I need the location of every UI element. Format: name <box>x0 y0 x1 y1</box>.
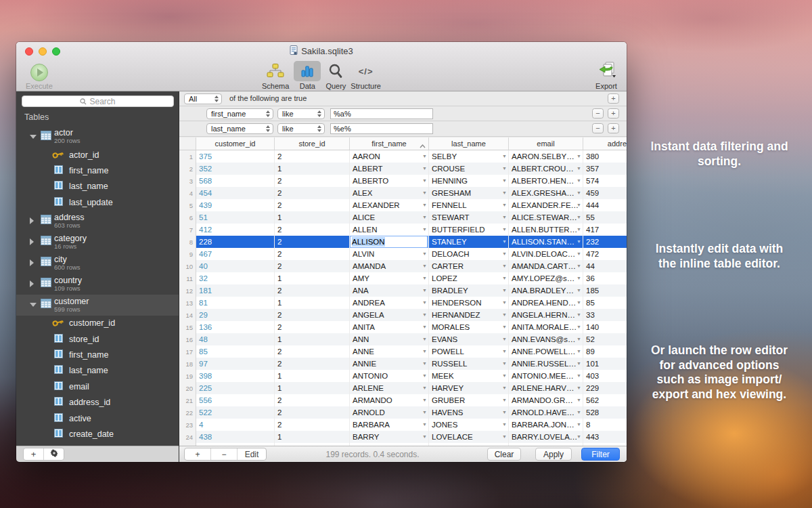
cell-first_name[interactable]: ALLEN▼ <box>350 224 429 236</box>
cell-last_name[interactable]: GRESHAM▼ <box>429 187 509 199</box>
table-row[interactable]: 18972ANNIE▼RUSSELL▼ANNIE.RUSSEL…▼101 <box>179 358 627 370</box>
cell-store_id[interactable]: 2 <box>275 321 350 333</box>
table-row[interactable]: 11321AMY▼LOPEZ▼AMY.LOPEZ@s…▼36 <box>179 272 627 284</box>
cell-customer_id[interactable]: 412 <box>196 224 275 236</box>
sidebar-column-actor_id[interactable]: actor_id <box>16 147 179 163</box>
cell-email[interactable]: AMY.LOPEZ@s…▼ <box>509 272 583 284</box>
table-row[interactable]: 6511ALICE▼STEWART▼ALICE.STEWAR…▼55 <box>179 211 627 224</box>
cell-first_name[interactable]: ANTONIO▼ <box>350 370 429 382</box>
table-row[interactable]: 244381BARRY▼LOVELACE▼BARRY.LOVELA…▼443 <box>179 431 627 443</box>
cell-customer_id[interactable]: 375 <box>196 150 275 163</box>
cell-email[interactable]: ARNOLD.HAVE…▼ <box>509 406 583 419</box>
cell-first_name[interactable]: AMY▼ <box>350 272 429 284</box>
inline-cell-editor[interactable]: ALLISON <box>350 236 428 248</box>
cell-email[interactable]: ALEXANDER.FE…▼ <box>509 199 583 211</box>
cell-last_name[interactable]: HENDERSON▼ <box>429 297 509 309</box>
table-row[interactable]: 193981ANTONIO▼MEEK▼ANTONIO.MEE…▼403 <box>179 370 627 382</box>
cell-address_id[interactable]: 85 <box>583 297 627 309</box>
cell-address_id[interactable]: 36 <box>583 272 627 284</box>
row-number[interactable]: 18 <box>179 358 196 370</box>
cell-last_name[interactable]: HENNING▼ <box>429 175 509 187</box>
cell-first_name[interactable]: AMANDA▼ <box>350 260 429 272</box>
cell-email[interactable]: ANA.BRADLEY…▼ <box>509 284 583 297</box>
cell-email[interactable]: ANN.EVANS@s…▼ <box>509 333 583 345</box>
cell-first_name[interactable]: ALVIN▼ <box>350 248 429 260</box>
cell-store_id[interactable]: 2 <box>275 406 350 419</box>
cell-customer_id[interactable]: 51 <box>196 211 275 224</box>
cell-email[interactable]: ANNE.POWELL…▼ <box>509 345 583 358</box>
match-select[interactable]: All <box>184 93 222 104</box>
filter-button[interactable]: Filter <box>581 448 620 461</box>
sidebar-column-first_name[interactable]: first_name <box>16 163 179 178</box>
cell-address_id[interactable]: 562 <box>583 394 627 406</box>
cell-address_id[interactable]: 472 <box>583 248 627 260</box>
cell-email[interactable]: ANDREA.HEND…▼ <box>509 297 583 309</box>
cell-last_name[interactable]: JONES▼ <box>429 419 509 431</box>
cell-customer_id[interactable]: 29 <box>196 309 275 321</box>
cell-last_name[interactable]: BRADLEY▼ <box>429 284 509 297</box>
schema-button[interactable]: Schema <box>262 60 289 90</box>
sidebar-column-address_id[interactable]: address_id <box>16 395 179 410</box>
table-row[interactable]: 54392ALEXANDER▼FENNELL▼ALEXANDER.FE…▼444 <box>179 199 627 211</box>
cell-last_name[interactable]: EVANS▼ <box>429 333 509 345</box>
cell-address_id[interactable]: 89 <box>583 345 627 358</box>
row-number[interactable]: 12 <box>179 284 196 297</box>
cell-store_id[interactable]: 1 <box>275 370 350 382</box>
sidebar-table-actor[interactable]: actor200 rows <box>16 126 179 147</box>
cell-first_name[interactable]: AARON▼ <box>350 150 429 163</box>
add-table-button[interactable]: + <box>24 448 43 460</box>
cell-customer_id[interactable]: 225 <box>196 382 275 394</box>
cell-customer_id[interactable]: 439 <box>196 199 275 211</box>
row-number[interactable]: 7 <box>179 224 196 236</box>
cell-email[interactable]: ANGELA.HERN…▼ <box>509 309 583 321</box>
cell-customer_id[interactable]: 568 <box>196 175 275 187</box>
cell-last_name[interactable]: HERNANDEZ▼ <box>429 309 509 321</box>
table-row[interactable]: 35682ALBERTO▼HENNING▼ALBERTO.HEN…▼574 <box>179 175 627 187</box>
execute-button[interactable]: Execute <box>26 60 53 90</box>
cell-address_id[interactable]: 140 <box>583 321 627 333</box>
table-row[interactable]: 202251ARLENE▼HARVEY▼ARLENE.HARV…▼229 <box>179 382 627 394</box>
cell-address_id[interactable]: 185 <box>583 284 627 297</box>
table-row[interactable]: 121812ANA▼BRADLEY▼ANA.BRADLEY…▼185 <box>179 284 627 297</box>
cell-email[interactable]: ARLENE.HARV…▼ <box>509 382 583 394</box>
data-button[interactable]: Data <box>294 60 321 90</box>
cell-customer_id[interactable]: 522 <box>196 406 275 419</box>
column-header-address_id[interactable]: addre <box>583 137 627 150</box>
cell-address_id[interactable]: 403 <box>583 370 627 382</box>
cell-first_name[interactable]: ANDREA▼ <box>350 297 429 309</box>
table-row[interactable]: 13752AARON▼SELBY▼AARON.SELBY…▼380 <box>179 150 627 163</box>
cell-customer_id[interactable]: 398 <box>196 370 275 382</box>
sidebar-column-last_name[interactable]: last_name <box>16 363 179 379</box>
sidebar-table-address[interactable]: address603 rows <box>16 211 179 232</box>
cell-address_id[interactable]: 444 <box>583 199 627 211</box>
add-rule-button[interactable]: + <box>608 108 619 119</box>
row-number[interactable]: 4 <box>179 187 196 199</box>
rule-operator-select[interactable]: like <box>277 123 325 134</box>
cell-first_name[interactable]: ARMANDO▼ <box>350 394 429 406</box>
cell-address_id[interactable]: 380 <box>583 150 627 163</box>
query-button[interactable]: Query <box>325 60 346 90</box>
table-row[interactable]: 215562ARMANDO▼GRUBER▼ARMANDO.GR…▼562 <box>179 394 627 406</box>
row-number[interactable]: 23 <box>179 419 196 431</box>
cell-first_name[interactable]: ANGELA▼ <box>350 309 429 321</box>
cell-email[interactable]: ALVIN.DELOAC…▼ <box>509 248 583 260</box>
cell-email[interactable]: ALBERTO.HEN…▼ <box>509 175 583 187</box>
table-row[interactable]: 13811ANDREA▼HENDERSON▼ANDREA.HEND…▼85 <box>179 297 627 309</box>
cell-store_id[interactable]: 2 <box>275 260 350 272</box>
cell-email[interactable]: AARON.SELBY…▼ <box>509 150 583 163</box>
sidebar-table-city[interactable]: city600 rows <box>16 253 179 274</box>
sidebar-column-customer_id[interactable]: customer_id <box>16 316 179 331</box>
column-header-store_id[interactable]: store_id <box>275 137 350 150</box>
cell-address_id[interactable]: 101 <box>583 358 627 370</box>
cell-first_name[interactable]: BARRY▼ <box>350 431 429 443</box>
sidebar-table-country[interactable]: country109 rows <box>16 274 179 295</box>
add-row-button[interactable]: + <box>185 448 210 460</box>
cell-address_id[interactable]: 357 <box>583 163 627 175</box>
sidebar-column-active[interactable]: active <box>16 410 179 426</box>
remove-rule-button[interactable]: − <box>592 123 604 133</box>
cell-store_id[interactable]: 1 <box>275 382 350 394</box>
cell-customer_id[interactable]: 40 <box>196 260 275 272</box>
cell-address_id[interactable]: 459 <box>583 187 627 199</box>
row-number[interactable]: 22 <box>179 406 196 419</box>
row-number[interactable]: 2 <box>179 163 196 175</box>
